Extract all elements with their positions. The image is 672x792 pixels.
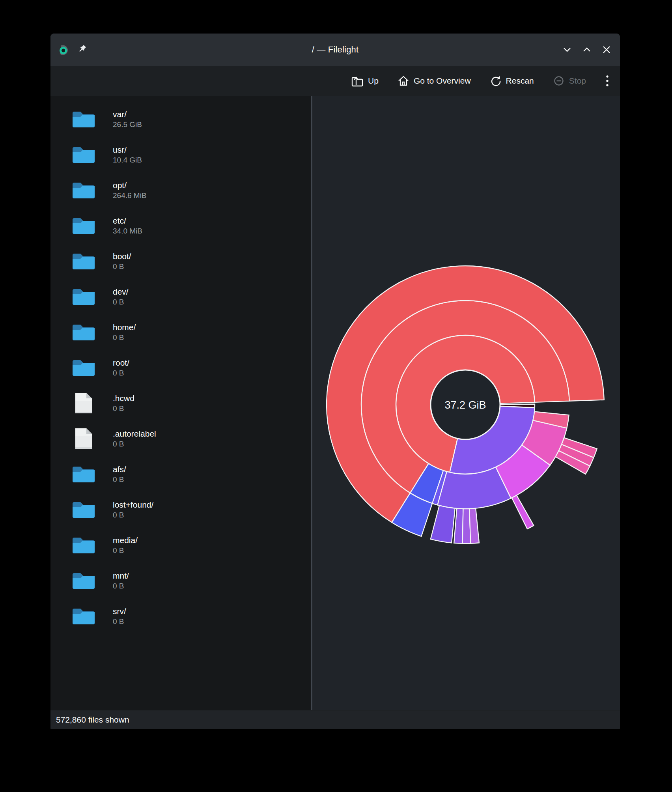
- chart-segment-usr-grandchild-2a[interactable]: [512, 495, 534, 529]
- list-item-icon: [71, 251, 96, 271]
- go-to-overview-button[interactable]: Go to Overview: [398, 75, 471, 87]
- refresh-icon: [490, 75, 502, 87]
- list-item[interactable]: srv/ 0 B: [50, 598, 311, 634]
- list-item-name: etc/: [113, 215, 142, 226]
- list-item-icon: [71, 428, 96, 450]
- file-icon: [75, 392, 93, 414]
- file-icon: [75, 428, 93, 450]
- folder-icon: [72, 606, 95, 626]
- list-item-icon: [71, 500, 96, 519]
- toolbar: Up Go to Overview Rescan Stop: [50, 66, 620, 96]
- list-item-size: 0 B: [113, 616, 126, 626]
- list-item[interactable]: home/ 0 B: [50, 314, 311, 350]
- list-item-name: root/: [113, 357, 129, 368]
- list-item-name: lost+found/: [113, 499, 153, 510]
- folder-icon: [72, 358, 95, 377]
- list-item-name: .autorelabel: [113, 428, 156, 439]
- close-button[interactable]: [602, 45, 611, 54]
- minimize-button[interactable]: [562, 45, 572, 54]
- chart-segment-usr-grandchild-1b[interactable]: [454, 508, 463, 544]
- list-item-size: 0 B: [113, 368, 129, 378]
- chart-segment-usr-grandchild-1a[interactable]: [431, 506, 455, 543]
- overflow-menu-icon: [605, 75, 610, 87]
- close-icon: [602, 45, 611, 54]
- list-item[interactable]: .autorelabel 0 B: [50, 421, 311, 456]
- folder-icon: [72, 500, 95, 519]
- list-item-size: 0 B: [113, 510, 153, 520]
- list-item-size: 34.0 MiB: [113, 226, 142, 236]
- list-item[interactable]: mnt/ 0 B: [50, 563, 311, 598]
- home-icon: [398, 75, 409, 87]
- list-item-name: media/: [113, 535, 138, 545]
- go-up-folder-icon: [351, 75, 364, 87]
- overflow-menu-button[interactable]: [605, 75, 610, 87]
- stop-button[interactable]: Stop: [553, 75, 586, 87]
- chart-center-label: 37.2 GiB: [444, 399, 486, 411]
- titlebar[interactable]: / — Filelight: [50, 34, 620, 66]
- list-item[interactable]: lost+found/ 0 B: [50, 492, 311, 527]
- list-item-size: 0 B: [113, 439, 156, 449]
- folder-icon: [72, 180, 95, 200]
- list-item[interactable]: .hcwd 0 B: [50, 385, 311, 421]
- list-item-size: 0 B: [113, 332, 136, 342]
- list-item-size: 0 B: [113, 545, 138, 555]
- list-item-size: 0 B: [113, 581, 129, 591]
- go-to-overview-label: Go to Overview: [414, 76, 471, 86]
- folder-icon: [72, 322, 95, 342]
- list-item-name: home/: [113, 322, 136, 332]
- folder-icon: [72, 109, 95, 129]
- filelight-window: / — Filelight: [50, 34, 620, 729]
- folder-icon: [72, 535, 95, 555]
- rescan-button-label: Rescan: [506, 76, 534, 86]
- pin-icon[interactable]: [77, 45, 87, 55]
- rescan-button[interactable]: Rescan: [490, 75, 534, 87]
- chart-segment-usr-grandchild-1d[interactable]: [469, 508, 479, 544]
- list-item-name: dev/: [113, 286, 129, 297]
- list-item-icon: [71, 606, 96, 626]
- file-list: var/ 26.5 GiB usr/ 10.4 GiB opt/ 264.6 M…: [50, 96, 311, 710]
- list-item-icon: [71, 180, 96, 200]
- maximize-button[interactable]: [582, 45, 592, 54]
- list-item-size: 10.4 GiB: [113, 155, 142, 165]
- list-item-size: 0 B: [113, 474, 126, 484]
- sunburst-chart[interactable]: 37.2 GiB: [312, 96, 620, 710]
- list-item[interactable]: dev/ 0 B: [50, 279, 311, 314]
- list-item[interactable]: afs/ 0 B: [50, 456, 311, 492]
- list-item-name: srv/: [113, 606, 126, 616]
- list-item[interactable]: root/ 0 B: [50, 350, 311, 385]
- list-item-size: 0 B: [113, 262, 131, 271]
- stop-icon: [553, 75, 565, 87]
- list-item-size: 26.5 GiB: [113, 120, 142, 129]
- list-item[interactable]: opt/ 264.6 MiB: [50, 172, 311, 208]
- list-item-name: opt/: [113, 180, 147, 191]
- radial-map-pane: 37.2 GiB: [312, 96, 620, 710]
- minimize-icon: [562, 45, 572, 54]
- window-title: / — Filelight: [50, 45, 620, 55]
- list-item-name: afs/: [113, 464, 126, 474]
- list-item-icon: [71, 109, 96, 129]
- list-item[interactable]: boot/ 0 B: [50, 243, 311, 279]
- list-item-size: 264.6 MiB: [113, 191, 147, 200]
- maximize-icon: [582, 45, 592, 54]
- up-button-label: Up: [368, 76, 379, 86]
- list-item[interactable]: etc/ 34.0 MiB: [50, 208, 311, 243]
- list-item-size: 0 B: [113, 297, 129, 307]
- list-item-name: .hcwd: [113, 393, 134, 403]
- list-item-icon: [71, 287, 96, 306]
- list-item-name: var/: [113, 109, 142, 120]
- list-item-icon: [71, 145, 96, 164]
- list-item-icon: [71, 358, 96, 377]
- folder-icon: [72, 571, 95, 590]
- folder-icon: [72, 251, 95, 271]
- folder-icon: [72, 464, 95, 484]
- list-item[interactable]: media/ 0 B: [50, 527, 311, 563]
- folder-icon: [72, 287, 95, 306]
- list-item-size: 0 B: [113, 403, 134, 413]
- list-item[interactable]: usr/ 10.4 GiB: [50, 137, 311, 172]
- folder-icon: [72, 145, 95, 164]
- list-item-icon: [71, 571, 96, 590]
- list-item-name: boot/: [113, 251, 131, 262]
- list-item[interactable]: var/ 26.5 GiB: [50, 101, 311, 137]
- up-button[interactable]: Up: [351, 75, 379, 87]
- files-shown-status: 572,860 files shown: [56, 715, 129, 725]
